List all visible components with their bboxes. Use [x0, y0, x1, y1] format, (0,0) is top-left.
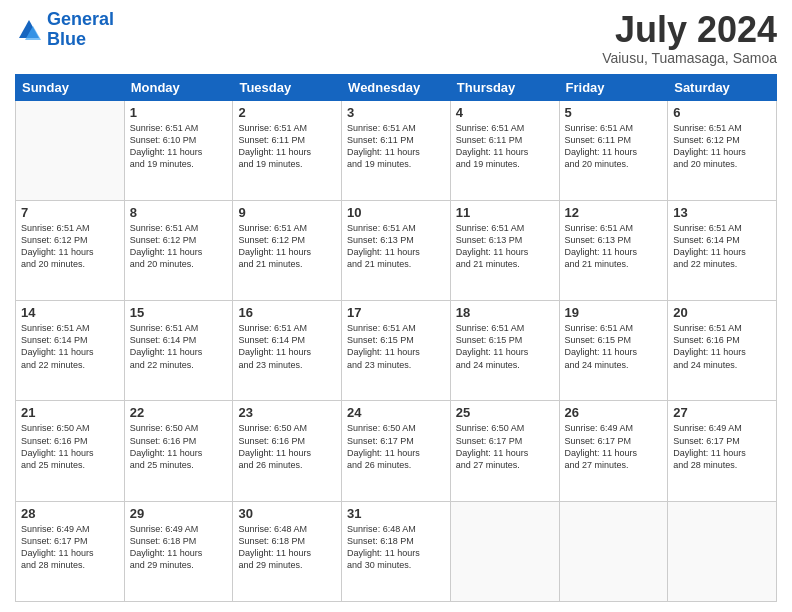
day-cell: 16Sunrise: 6:51 AM Sunset: 6:14 PM Dayli… — [233, 301, 342, 401]
day-cell: 25Sunrise: 6:50 AM Sunset: 6:17 PM Dayli… — [450, 401, 559, 501]
day-number: 24 — [347, 405, 445, 420]
day-number: 14 — [21, 305, 119, 320]
day-cell: 14Sunrise: 6:51 AM Sunset: 6:14 PM Dayli… — [16, 301, 125, 401]
day-number: 2 — [238, 105, 336, 120]
day-number: 1 — [130, 105, 228, 120]
week-row-1: 7Sunrise: 6:51 AM Sunset: 6:12 PM Daylig… — [16, 200, 777, 300]
day-number: 31 — [347, 506, 445, 521]
day-cell: 6Sunrise: 6:51 AM Sunset: 6:12 PM Daylig… — [668, 100, 777, 200]
day-number: 13 — [673, 205, 771, 220]
day-number: 26 — [565, 405, 663, 420]
day-cell: 23Sunrise: 6:50 AM Sunset: 6:16 PM Dayli… — [233, 401, 342, 501]
day-cell: 17Sunrise: 6:51 AM Sunset: 6:15 PM Dayli… — [342, 301, 451, 401]
day-info: Sunrise: 6:49 AM Sunset: 6:17 PM Dayligh… — [565, 422, 663, 471]
day-number: 5 — [565, 105, 663, 120]
logo: General Blue — [15, 10, 114, 50]
day-cell: 26Sunrise: 6:49 AM Sunset: 6:17 PM Dayli… — [559, 401, 668, 501]
day-info: Sunrise: 6:51 AM Sunset: 6:12 PM Dayligh… — [673, 122, 771, 171]
day-cell: 15Sunrise: 6:51 AM Sunset: 6:14 PM Dayli… — [124, 301, 233, 401]
day-number: 23 — [238, 405, 336, 420]
header-sunday: Sunday — [16, 74, 125, 100]
day-cell: 3Sunrise: 6:51 AM Sunset: 6:11 PM Daylig… — [342, 100, 451, 200]
day-info: Sunrise: 6:51 AM Sunset: 6:12 PM Dayligh… — [21, 222, 119, 271]
day-cell: 21Sunrise: 6:50 AM Sunset: 6:16 PM Dayli… — [16, 401, 125, 501]
day-number: 3 — [347, 105, 445, 120]
day-cell: 24Sunrise: 6:50 AM Sunset: 6:17 PM Dayli… — [342, 401, 451, 501]
day-cell — [450, 501, 559, 601]
weekday-header-row: Sunday Monday Tuesday Wednesday Thursday… — [16, 74, 777, 100]
day-cell: 5Sunrise: 6:51 AM Sunset: 6:11 PM Daylig… — [559, 100, 668, 200]
day-number: 21 — [21, 405, 119, 420]
day-number: 16 — [238, 305, 336, 320]
day-cell: 29Sunrise: 6:49 AM Sunset: 6:18 PM Dayli… — [124, 501, 233, 601]
day-info: Sunrise: 6:51 AM Sunset: 6:11 PM Dayligh… — [565, 122, 663, 171]
header-friday: Friday — [559, 74, 668, 100]
day-cell: 27Sunrise: 6:49 AM Sunset: 6:17 PM Dayli… — [668, 401, 777, 501]
week-row-0: 1Sunrise: 6:51 AM Sunset: 6:10 PM Daylig… — [16, 100, 777, 200]
day-info: Sunrise: 6:51 AM Sunset: 6:14 PM Dayligh… — [238, 322, 336, 371]
day-info: Sunrise: 6:49 AM Sunset: 6:18 PM Dayligh… — [130, 523, 228, 572]
day-number: 29 — [130, 506, 228, 521]
day-cell: 20Sunrise: 6:51 AM Sunset: 6:16 PM Dayli… — [668, 301, 777, 401]
logo-blue: Blue — [47, 29, 86, 49]
day-info: Sunrise: 6:50 AM Sunset: 6:16 PM Dayligh… — [21, 422, 119, 471]
calendar: Sunday Monday Tuesday Wednesday Thursday… — [15, 74, 777, 602]
day-number: 22 — [130, 405, 228, 420]
day-info: Sunrise: 6:51 AM Sunset: 6:13 PM Dayligh… — [456, 222, 554, 271]
day-cell — [16, 100, 125, 200]
day-number: 11 — [456, 205, 554, 220]
day-number: 9 — [238, 205, 336, 220]
week-row-3: 21Sunrise: 6:50 AM Sunset: 6:16 PM Dayli… — [16, 401, 777, 501]
month-title: July 2024 — [602, 10, 777, 50]
day-cell: 18Sunrise: 6:51 AM Sunset: 6:15 PM Dayli… — [450, 301, 559, 401]
day-cell: 4Sunrise: 6:51 AM Sunset: 6:11 PM Daylig… — [450, 100, 559, 200]
day-info: Sunrise: 6:50 AM Sunset: 6:17 PM Dayligh… — [456, 422, 554, 471]
location: Vaiusu, Tuamasaga, Samoa — [602, 50, 777, 66]
day-cell: 7Sunrise: 6:51 AM Sunset: 6:12 PM Daylig… — [16, 200, 125, 300]
day-info: Sunrise: 6:50 AM Sunset: 6:17 PM Dayligh… — [347, 422, 445, 471]
day-cell: 19Sunrise: 6:51 AM Sunset: 6:15 PM Dayli… — [559, 301, 668, 401]
day-info: Sunrise: 6:50 AM Sunset: 6:16 PM Dayligh… — [238, 422, 336, 471]
header-monday: Monday — [124, 74, 233, 100]
day-cell: 11Sunrise: 6:51 AM Sunset: 6:13 PM Dayli… — [450, 200, 559, 300]
day-number: 17 — [347, 305, 445, 320]
day-number: 15 — [130, 305, 228, 320]
header-wednesday: Wednesday — [342, 74, 451, 100]
day-cell: 12Sunrise: 6:51 AM Sunset: 6:13 PM Dayli… — [559, 200, 668, 300]
day-number: 27 — [673, 405, 771, 420]
day-number: 20 — [673, 305, 771, 320]
day-info: Sunrise: 6:51 AM Sunset: 6:15 PM Dayligh… — [565, 322, 663, 371]
day-cell: 8Sunrise: 6:51 AM Sunset: 6:12 PM Daylig… — [124, 200, 233, 300]
day-cell: 2Sunrise: 6:51 AM Sunset: 6:11 PM Daylig… — [233, 100, 342, 200]
day-number: 25 — [456, 405, 554, 420]
header-thursday: Thursday — [450, 74, 559, 100]
day-cell: 28Sunrise: 6:49 AM Sunset: 6:17 PM Dayli… — [16, 501, 125, 601]
day-cell — [668, 501, 777, 601]
day-number: 12 — [565, 205, 663, 220]
day-info: Sunrise: 6:51 AM Sunset: 6:13 PM Dayligh… — [347, 222, 445, 271]
title-area: July 2024 Vaiusu, Tuamasaga, Samoa — [602, 10, 777, 66]
day-info: Sunrise: 6:51 AM Sunset: 6:11 PM Dayligh… — [238, 122, 336, 171]
day-cell: 1Sunrise: 6:51 AM Sunset: 6:10 PM Daylig… — [124, 100, 233, 200]
day-number: 28 — [21, 506, 119, 521]
day-info: Sunrise: 6:51 AM Sunset: 6:12 PM Dayligh… — [130, 222, 228, 271]
day-cell: 22Sunrise: 6:50 AM Sunset: 6:16 PM Dayli… — [124, 401, 233, 501]
day-cell: 13Sunrise: 6:51 AM Sunset: 6:14 PM Dayli… — [668, 200, 777, 300]
day-info: Sunrise: 6:48 AM Sunset: 6:18 PM Dayligh… — [347, 523, 445, 572]
day-number: 4 — [456, 105, 554, 120]
day-info: Sunrise: 6:48 AM Sunset: 6:18 PM Dayligh… — [238, 523, 336, 572]
day-info: Sunrise: 6:51 AM Sunset: 6:10 PM Dayligh… — [130, 122, 228, 171]
day-info: Sunrise: 6:51 AM Sunset: 6:14 PM Dayligh… — [21, 322, 119, 371]
day-info: Sunrise: 6:51 AM Sunset: 6:14 PM Dayligh… — [673, 222, 771, 271]
page: General Blue July 2024 Vaiusu, Tuamasaga… — [0, 0, 792, 612]
logo-icon — [15, 16, 43, 44]
header: General Blue July 2024 Vaiusu, Tuamasaga… — [15, 10, 777, 66]
day-number: 8 — [130, 205, 228, 220]
logo-text: General Blue — [47, 10, 114, 50]
day-number: 6 — [673, 105, 771, 120]
day-info: Sunrise: 6:51 AM Sunset: 6:12 PM Dayligh… — [238, 222, 336, 271]
day-info: Sunrise: 6:51 AM Sunset: 6:15 PM Dayligh… — [456, 322, 554, 371]
day-number: 10 — [347, 205, 445, 220]
week-row-2: 14Sunrise: 6:51 AM Sunset: 6:14 PM Dayli… — [16, 301, 777, 401]
day-cell — [559, 501, 668, 601]
